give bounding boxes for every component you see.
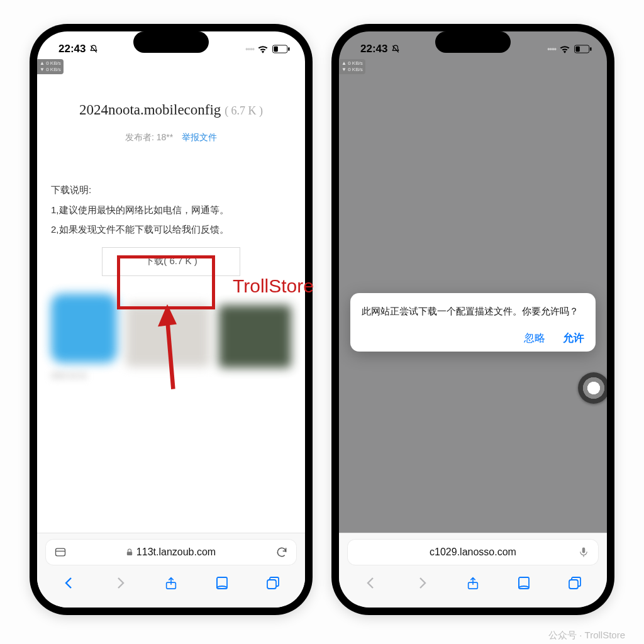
share-button[interactable] (162, 574, 180, 592)
svg-rect-11 (582, 548, 586, 553)
annotation-label: TrollStore (233, 275, 314, 297)
blurred-caption: 2024-10-15 (51, 372, 291, 379)
silent-icon (391, 45, 400, 53)
page-content-dimmed: 此网站正尝试下载一个配置描述文件。你要允许吗？ 忽略 允许 (339, 67, 607, 533)
report-link[interactable]: 举报文件 (182, 132, 217, 142)
page-content: 2024noota.mobileconfig ( 6.7 K ) 发布者: 18… (37, 67, 305, 533)
battery-icon (272, 45, 290, 53)
svg-rect-13 (569, 580, 578, 589)
network-speed-badge: ▲ 0 KB/s ▼ 0 KB/s (339, 59, 365, 74)
address-bar[interactable]: 113t.lanzoub.com (46, 540, 296, 565)
battery-icon (574, 45, 592, 53)
bookmarks-button[interactable] (213, 574, 231, 592)
file-title: 2024noota.mobileconfig ( 6.7 K ) (51, 102, 291, 118)
svg-rect-1 (274, 47, 278, 52)
download-button[interactable]: 下载( 6.7 K ) (102, 247, 240, 276)
safari-bottom-bar: c1029.lanosso.com (339, 533, 607, 608)
dynamic-island (435, 31, 511, 53)
alert-ignore-button[interactable]: 忽略 (524, 331, 545, 345)
wifi-icon (257, 45, 269, 53)
phone-right: ▲ 0 KB/s ▼ 0 KB/s 22:43 • • • • 此网站正尝试下载… (331, 24, 614, 615)
tabs-button[interactable] (264, 574, 282, 592)
wifi-icon (559, 45, 570, 53)
share-button[interactable] (464, 574, 482, 592)
network-speed-badge: ▲ 0 KB/s ▼ 0 KB/s (37, 59, 64, 74)
download-description: 下载说明: 1,建议使用最快的网络比如电信，网通等。 2,如果发现文件不能下载可… (51, 180, 291, 240)
forward-button[interactable] (413, 574, 431, 592)
back-button[interactable] (362, 574, 380, 592)
blurred-thumbnails (51, 294, 291, 368)
alert-allow-button[interactable]: 允许 (563, 331, 584, 345)
publisher-label: 发布者: 18** (125, 132, 173, 142)
bookmarks-button[interactable] (514, 574, 533, 592)
url-text: c1029.lanosso.com (430, 547, 516, 558)
silent-icon (89, 45, 98, 53)
page-settings-icon[interactable] (53, 545, 67, 559)
address-bar[interactable]: c1029.lanosso.com (348, 540, 598, 565)
cell-dots-icon: • • • • (245, 45, 253, 53)
svg-rect-3 (56, 548, 65, 556)
download-config-alert: 此网站正尝试下载一个配置描述文件。你要允许吗？ 忽略 允许 (350, 293, 596, 352)
back-button[interactable] (60, 574, 79, 592)
dynamic-island (133, 31, 209, 53)
svg-rect-9 (575, 47, 580, 52)
svg-rect-10 (590, 47, 591, 51)
svg-rect-7 (267, 580, 276, 589)
phone-left: ▲ 0 KB/s ▼ 0 KB/s 22:43 • • • • 2024noot… (30, 24, 313, 615)
mic-icon[interactable] (577, 545, 591, 559)
url-text: 113t.lanzoub.com (136, 547, 216, 558)
tabs-button[interactable] (565, 574, 584, 592)
reload-icon[interactable] (275, 545, 289, 559)
safari-bottom-bar: 113t.lanzoub.com (37, 533, 305, 608)
watermark: 公众号 · TrollStore (548, 630, 625, 641)
cell-dots-icon: • • • • (547, 45, 555, 53)
alert-message: 此网站正尝试下载一个配置描述文件。你要允许吗？ (362, 304, 584, 318)
forward-button[interactable] (111, 574, 130, 592)
assistive-touch-icon[interactable] (578, 372, 607, 404)
svg-rect-2 (288, 47, 289, 51)
clock: 22:43 (360, 43, 387, 55)
clock: 22:43 (58, 43, 86, 55)
lock-icon (126, 548, 133, 556)
svg-rect-5 (127, 552, 132, 555)
